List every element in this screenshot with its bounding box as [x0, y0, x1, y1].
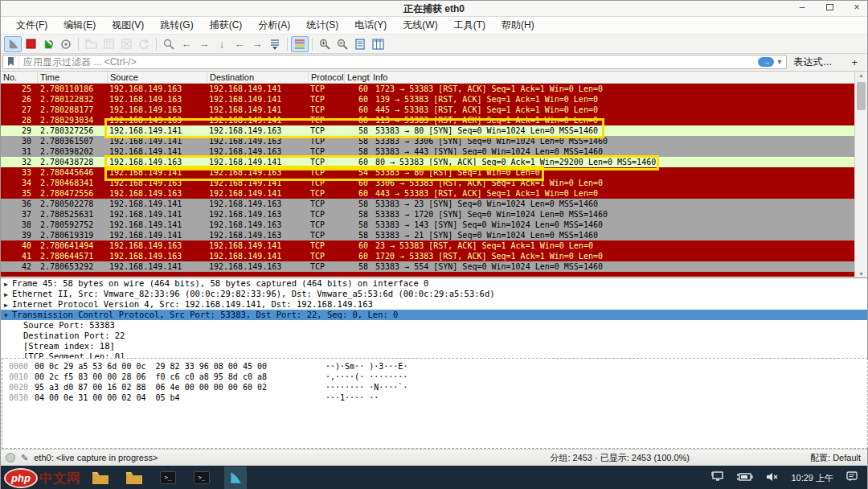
table-row[interactable]: 402.780641494192.168.149.163192.168.149.…	[1, 240, 856, 251]
add-filter-button[interactable]: +	[851, 56, 858, 68]
hex-row[interactable]: 003004 00 0e 31 00 00 02 04 05 b4···1···…	[2, 392, 867, 403]
cell-info: 443 → 53383 [RST, ACK] Seq=1 Ack=1 Win=0…	[371, 188, 856, 199]
menu-item-4[interactable]: 捕获(C)	[203, 17, 250, 34]
packet-list-scrollbar[interactable]: ▲ ▼	[854, 72, 867, 277]
taskbar-folder-icon[interactable]	[89, 466, 112, 489]
cell-proto: TCP	[309, 157, 345, 167]
notifications-icon[interactable]	[846, 471, 858, 485]
go-last-icon[interactable]: →	[248, 36, 266, 52]
colorize-icon[interactable]	[291, 36, 309, 52]
table-row[interactable]: 332.780445646192.168.149.141192.168.149.…	[1, 167, 856, 178]
profile-text[interactable]: 配置: Default	[810, 452, 867, 464]
taskbar-terminal-icon[interactable]: >_	[157, 466, 179, 489]
filter-dropdown-icon[interactable]: ▼	[776, 58, 783, 66]
go-back-icon[interactable]: ←	[178, 36, 195, 52]
zoom-out-icon[interactable]	[334, 36, 351, 52]
table-row[interactable]: 352.780472556192.168.149.163192.168.149.…	[1, 188, 856, 199]
hex-offset: 0030	[2, 392, 27, 403]
go-to-packet-icon[interactable]: ↓	[213, 36, 231, 52]
scroll-up-icon[interactable]: ▲	[855, 72, 867, 78]
menu-item-8[interactable]: 无线(W)	[395, 17, 444, 34]
detail-line[interactable]: ▶Ethernet II, Src: Vmware_82:33:96 (00:0…	[1, 289, 867, 299]
expression-button[interactable]: 表达式…	[793, 55, 832, 69]
close-icon[interactable]: ×	[851, 2, 862, 13]
column-header-source[interactable]: Source	[108, 72, 207, 83]
column-header-info[interactable]: Info	[371, 72, 856, 83]
taskbar-folder-icon[interactable]	[123, 466, 145, 489]
apply-filter-icon[interactable]: →	[758, 57, 774, 67]
filter-bookmark-icon[interactable]	[3, 55, 19, 68]
hex-row[interactable]: 002095 a3 d0 87 00 16 02 88 06 4e 00 00 …	[2, 382, 867, 392]
maximize-icon[interactable]	[824, 2, 835, 13]
reload-file-icon	[135, 36, 153, 52]
menu-item-6[interactable]: 统计(S)	[299, 17, 346, 34]
taskbar-wireshark-icon[interactable]	[224, 466, 247, 489]
column-header-length[interactable]: Length	[345, 72, 371, 83]
detail-line[interactable]: [Stream index: 18]	[1, 341, 867, 351]
detail-line[interactable]: Destination Port: 22	[1, 331, 867, 341]
battery-tray-icon[interactable]	[737, 471, 753, 485]
menu-item-0[interactable]: 文件(F)	[9, 17, 55, 34]
menu-item-7[interactable]: 电话(Y)	[347, 17, 394, 34]
table-row-partial[interactable]	[1, 272, 856, 277]
expert-info-icon[interactable]	[6, 453, 15, 462]
table-row[interactable]: 422.780653292192.168.149.141192.168.149.…	[1, 261, 856, 272]
table-row[interactable]: 392.780619319192.168.149.141192.168.149.…	[1, 230, 856, 240]
table-row[interactable]: 382.780592752192.168.149.141192.168.149.…	[1, 220, 856, 230]
menu-item-10[interactable]: 帮助(H)	[494, 17, 542, 34]
table-row[interactable]: 292.780327256192.168.149.141192.168.149.…	[1, 125, 856, 136]
cell-no: 30	[1, 136, 38, 146]
detail-line-selected[interactable]: ▼Transmission Control Protocol, Src Port…	[1, 310, 867, 320]
display-filter-input[interactable]: 应用显示过滤器 ... <Ctrl-/> → ▼	[2, 55, 787, 69]
table-row[interactable]: 282.780293034192.168.149.163192.168.149.…	[1, 115, 856, 125]
resize-columns-icon[interactable]	[369, 36, 387, 52]
column-header-time[interactable]: Time	[38, 72, 108, 83]
menu-item-9[interactable]: 工具(T)	[447, 17, 493, 34]
table-row[interactable]: 362.780502278192.168.149.141192.168.149.…	[1, 199, 856, 209]
menu-item-5[interactable]: 分析(A)	[251, 17, 297, 34]
table-row[interactable]: 272.780288177192.168.149.163192.168.149.…	[1, 105, 856, 115]
table-row[interactable]: 302.780361507192.168.149.141192.168.149.…	[1, 136, 856, 146]
auto-scroll-icon[interactable]	[266, 36, 284, 52]
menu-item-2[interactable]: 视图(V)	[104, 17, 151, 34]
table-row[interactable]: 372.780525631192.168.149.141192.168.149.…	[1, 209, 856, 220]
hex-row[interactable]: 000000 0c 29 a5 53 6d 00 0c 29 82 33 96 …	[2, 361, 867, 372]
find-packet-icon[interactable]	[160, 36, 178, 52]
taskbar-terminal-icon[interactable]: >_	[190, 466, 213, 489]
minimize-icon[interactable]: –	[796, 2, 808, 13]
menu-item-1[interactable]: 编辑(E)	[56, 17, 103, 34]
table-row[interactable]: 252.780110186192.168.149.163192.168.149.…	[1, 84, 856, 94]
table-row[interactable]: 342.780468341192.168.149.163192.168.149.…	[1, 178, 856, 188]
stop-capture-icon[interactable]	[22, 36, 39, 52]
hex-dump-pane[interactable]: 000000 0c 29 a5 53 6d 00 0c 29 82 33 96 …	[2, 358, 868, 449]
network-tray-icon[interactable]	[711, 471, 724, 485]
table-row[interactable]: 262.780122832192.168.149.163192.168.149.…	[1, 94, 856, 105]
table-row[interactable]: 322.780438728192.168.149.163192.168.149.…	[1, 157, 856, 167]
detail-line[interactable]: Source Port: 53383	[1, 320, 867, 331]
scroll-down-icon[interactable]: ▼	[855, 271, 867, 277]
start-capture-icon[interactable]	[4, 36, 22, 52]
capture-options-icon[interactable]	[57, 36, 75, 52]
go-forward-icon[interactable]: →	[195, 36, 213, 52]
restart-capture-icon[interactable]	[39, 36, 57, 52]
cell-no: 27	[1, 105, 38, 115]
table-row[interactable]: 312.780398202192.168.149.141192.168.149.…	[1, 146, 856, 157]
table-row[interactable]: 412.780644571192.168.149.163192.168.149.…	[1, 251, 856, 261]
clock[interactable]: 10:29 上午	[791, 472, 833, 484]
menu-item-3[interactable]: 跳转(G)	[153, 17, 200, 34]
column-header-protocol[interactable]: Protocol	[309, 72, 345, 83]
go-first-icon[interactable]: ←	[231, 36, 248, 52]
detail-line[interactable]: ▶Frame 45: 58 bytes on wire (464 bits), …	[1, 278, 867, 289]
hex-row[interactable]: 001000 2c f5 83 00 00 28 06 f0 c6 c0 a8 …	[2, 372, 867, 382]
expander-open-icon[interactable]: ▼	[4, 310, 12, 321]
zoom-original-icon[interactable]	[351, 36, 369, 52]
detail-line[interactable]: ▶Internet Protocol Version 4, Src: 192.1…	[1, 299, 867, 310]
column-header-no[interactable]: No.	[1, 72, 38, 83]
capture-comment-icon[interactable]: ✎	[21, 453, 28, 463]
detail-line[interactable]: [TCP Segment Len: 0]	[1, 351, 867, 358]
column-header-destination[interactable]: Destination	[207, 72, 309, 83]
zoom-in-icon[interactable]	[316, 36, 334, 52]
php-logo: php	[4, 468, 38, 488]
scrollbar-thumb[interactable]	[857, 82, 866, 110]
volume-muted-icon[interactable]	[766, 471, 778, 485]
